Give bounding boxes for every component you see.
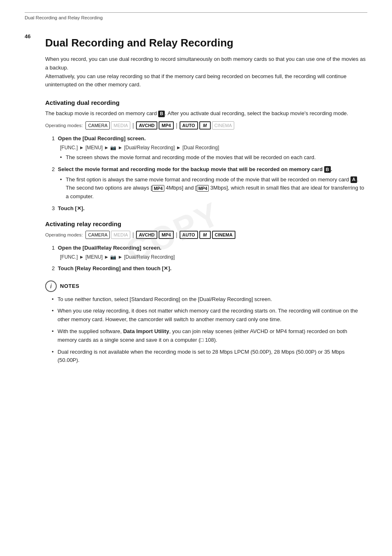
step-1-content: Open the [Dual Recording] screen. [58, 135, 146, 141]
dual-step-3: 3 Touch [✕]. [52, 204, 367, 213]
page: Dual Recording and Relay Recording 46 Du… [0, 0, 392, 556]
main-content: 46 Dual Recording and Relay Recording Wh… [25, 32, 367, 369]
dual-recording-steps: 1 Open the [Dual Recording] screen. [FUN… [52, 134, 367, 213]
relay-step-1-bold: Open the [Dual/Relay Recording] screen. [58, 245, 161, 251]
relay-recording-section: Activating relay recording Operating mod… [45, 220, 367, 273]
breadcrumb: Dual Recording and Relay Recording [25, 15, 367, 20]
page-title: Dual Recording and Relay Recording [45, 37, 367, 49]
notes-header: i NOTES [45, 280, 367, 292]
pipe-2: | [176, 122, 178, 129]
relay-step-1-func: [FUNC.] ► [MENU] ► 📷 ► [Dual/Relay Recor… [60, 253, 367, 261]
intro-paragraph: When you record, you can use dual record… [45, 55, 367, 89]
relay-recording-steps: 1 Open the [Dual/Relay Recording] screen… [52, 244, 367, 273]
mode-camera: CAMERA [85, 121, 110, 130]
step-1-bold: Open the [Dual Recording] screen. [58, 135, 146, 141]
relay-step-2: 2 Touch [Relay Recording] and then touch… [52, 264, 367, 273]
card-b-inline: B [324, 166, 331, 173]
mode-cinema-dim: CINEMA [212, 121, 235, 130]
relay-operating-modes: Operating modes: CAMERA MEDIA | AVCHD MP… [45, 231, 367, 239]
card-b-badge: B [158, 111, 165, 117]
page-number: 46 [25, 33, 30, 39]
dual-operating-modes: Operating modes: CAMERA MEDIA | AVCHD MP… [45, 121, 367, 130]
relay-mode-cinema: CINEMA [212, 231, 235, 239]
mode-auto: AUTO [180, 121, 198, 130]
step-2-bold: Select the movie format and recording mo… [58, 166, 332, 172]
notes-list: To use neither function, select [Standar… [52, 295, 367, 365]
relay-mode-auto: AUTO [180, 231, 198, 239]
step-1-func: [FUNC.] ► [MENU] ► 📷 ► [Dual/Relay Recor… [60, 144, 367, 152]
intro-line-2: Alternatively, you can use relay recordi… [45, 72, 367, 90]
dual-step-1: 1 Open the [Dual Recording] screen. [FUN… [52, 134, 367, 162]
step-3-bold: Touch [✕]. [58, 205, 85, 211]
mp4-4mbps-badge: MP4 [152, 185, 164, 192]
dual-recording-section: Activating dual recording The backup mov… [45, 99, 367, 213]
notes-section: i NOTES To use neither function, select … [45, 280, 367, 365]
step-1-bullet-1: The screen shows the movie format and re… [60, 153, 367, 162]
relay-pipe-2: | [176, 232, 178, 238]
mp4-3mbps-badge: MP4 [197, 185, 209, 192]
relay-mode-mp4: MP4 [159, 231, 174, 239]
step-num-1: 1 [52, 135, 55, 141]
mode-mp4: MP4 [159, 121, 174, 130]
dual-recording-intro: The backup movie is recorded on memory c… [45, 109, 367, 118]
step-num-2: 2 [52, 166, 55, 172]
content-column: Dual Recording and Relay Recording When … [45, 32, 367, 369]
relay-step-num-1: 1 [52, 245, 55, 251]
pipe-1: | [132, 122, 134, 129]
operating-modes-label: Operating modes: [45, 123, 83, 128]
step-3-content: Touch [✕]. [58, 205, 85, 211]
info-icon: i [45, 280, 57, 292]
note-item-1: To use neither function, select [Standar… [52, 295, 367, 304]
mode-m: M [199, 121, 211, 130]
relay-mode-camera: CAMERA [85, 231, 110, 239]
relay-step-2-content: Touch [Relay Recording] and then touch [… [58, 265, 172, 271]
step-2-content: Select the movie format and recording mo… [58, 166, 332, 172]
dual-step-2: 2 Select the movie format and recording … [52, 165, 367, 201]
page-number-col: 46 [25, 32, 45, 369]
step-2-bullet-1: The first option is always the same movi… [60, 176, 367, 201]
note-item-4: Dual recording is not available when the… [52, 348, 367, 365]
note-item-2: When you use relay recording, it does no… [52, 307, 367, 324]
intro-line-1: When you record, you can use dual record… [45, 55, 367, 72]
relay-step-num-2: 2 [52, 265, 55, 271]
relay-step-1-content: Open the [Dual/Relay Recording] screen. [58, 245, 161, 251]
dual-recording-heading: Activating dual recording [45, 99, 367, 106]
relay-mode-m: M [199, 231, 211, 239]
notes-label: NOTES [60, 283, 79, 289]
top-rule [25, 12, 367, 13]
relay-mode-avchd: AVCHD [136, 231, 157, 239]
note-item-3: With the supplied software, Data Import … [52, 327, 367, 345]
mode-avchd: AVCHD [136, 121, 157, 130]
mode-media: MEDIA [111, 121, 130, 130]
step-num-3: 3 [52, 205, 55, 211]
relay-step-2-bold: Touch [Relay Recording] and then touch [… [58, 265, 172, 271]
relay-modes-label: Operating modes: [45, 232, 83, 237]
relay-pipe-1: | [132, 232, 134, 238]
data-import-bold: Data Import Utility [123, 328, 169, 334]
relay-step-1: 1 Open the [Dual/Relay Recording] screen… [52, 244, 367, 261]
relay-mode-media: MEDIA [111, 231, 130, 239]
step-1-bullets: The screen shows the movie format and re… [60, 153, 367, 162]
card-a-inline: A [350, 176, 357, 183]
step-2-bullets: The first option is always the same movi… [60, 176, 367, 201]
relay-recording-heading: Activating relay recording [45, 220, 367, 227]
